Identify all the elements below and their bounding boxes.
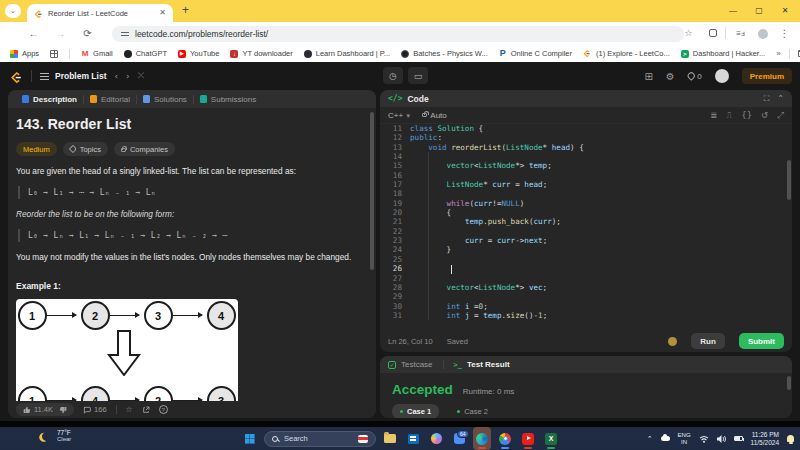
bookmark-item[interactable]: (1) Explore - LeetCo... [583,49,670,58]
extensions-icon[interactable] [705,26,720,41]
result-scrollbar[interactable] [787,376,791,390]
bookmark-item[interactable]: Apps [10,49,39,58]
braces-icon[interactable]: {} [741,110,752,121]
case-tab[interactable]: Case 1 [392,404,439,418]
grid-8-icon [50,50,58,58]
language-indicator[interactable]: ENGIN [678,432,691,445]
fullscreen-icon[interactable]: ⤢ [777,110,784,121]
weather-widget[interactable]: 77°F Clear [42,429,71,443]
difficulty-badge[interactable]: Medium [16,142,57,156]
editor-statusbar: Ln 26, Col 10 Saved Run Submit [380,330,792,352]
topics-badge[interactable]: Topics [63,142,108,156]
back-icon[interactable]: ← [26,26,41,41]
problem-reorder-note: Reorder the list to be on the following … [16,209,368,220]
star-button[interactable]: ☆ [126,405,133,414]
profile-avatar[interactable] [755,26,770,41]
next-problem-icon[interactable]: › [126,71,130,81]
notification-bell-icon[interactable] [787,435,794,442]
youtube-button[interactable] [519,427,537,450]
comments-button[interactable]: 166 [83,405,107,414]
wifi-icon[interactable] [699,435,709,443]
editor-scrollbar[interactable] [787,160,791,200]
battery-icon[interactable] [734,436,743,441]
clock[interactable]: 11:26 PM11/5/2024 [751,431,779,447]
undo-icon[interactable]: ↺ [761,110,768,121]
code-editor[interactable]: 11class Solution {12public:13 void reord… [380,124,792,330]
start-button[interactable] [241,427,259,450]
browser-tab[interactable]: Reorder List - LeetCode ✕ [27,4,173,22]
left-scrollbar[interactable] [370,112,374,270]
bookmark-item[interactable]: Batches - Physics W... [401,49,488,58]
bookmark-item[interactable] [50,50,58,58]
bookmark-item[interactable]: ▶YouTube [178,49,219,58]
close-button[interactable]: ✕ [772,0,798,20]
problem-content: 143. Reorder List Medium Topics Companie… [8,108,376,401]
streak-counter[interactable]: 0 [688,72,702,81]
forward-icon[interactable]: → [53,26,68,41]
tray-chevron-icon[interactable]: ⌃ [647,435,653,443]
minimize-button[interactable]: — [720,0,746,20]
collapse-icon[interactable]: ⌃ [777,94,784,104]
problem-list-button[interactable]: Problem List [40,71,106,81]
reload-icon[interactable]: ⟳ [80,26,95,41]
tab-test-result[interactable]: >_Test Result [454,360,510,369]
language-selector[interactable]: C++ ▼ [388,111,411,120]
bookmark-item[interactable]: ↓YT downloader [230,49,292,58]
submit-button[interactable]: Submit [739,333,784,349]
excel-button[interactable]: X [542,427,560,450]
run-button[interactable]: Run [691,333,725,349]
timer-icon[interactable]: ◷ [383,67,403,84]
tab-solutions[interactable]: Solutions [137,95,193,104]
prev-problem-icon[interactable]: ‹ [114,71,118,81]
bookmark-item[interactable]: Learn Dashboard | P... [304,49,390,58]
copilot-button[interactable] [427,427,445,450]
dislike-button[interactable] [59,406,67,414]
case-tab[interactable]: Case 2 [449,404,496,418]
onedrive-icon[interactable] [661,436,670,441]
shuffle-icon[interactable]: ⤬ [138,71,144,81]
translate-icon[interactable]: ≡ⅎ [733,26,748,41]
microsoft-store-button[interactable] [404,427,422,450]
bookmarks-overflow-chevron[interactable]: » [776,49,780,58]
volume-icon[interactable] [717,435,726,443]
chrome-button[interactable] [496,427,514,450]
maximize-button[interactable]: ▢ [746,0,772,20]
apps-grid-icon[interactable]: ⊞ [644,71,652,82]
new-tab-button[interactable]: + [182,3,189,17]
bookmark-item[interactable]: ChatGPT [124,49,167,58]
bookmark-icon[interactable]: ⎍ [726,110,732,121]
premium-button[interactable]: Premium [742,68,792,84]
edge-button[interactable] [473,427,491,450]
tab-submissions[interactable]: Submissions [194,95,262,104]
share-button[interactable] [142,406,150,414]
auto-toggle[interactable]: Auto [422,111,446,120]
bookmark-star-icon[interactable]: ☆ [681,26,696,41]
tab-close-icon[interactable]: ✕ [159,9,166,17]
leetcode-logo[interactable] [10,70,23,83]
format-icon[interactable]: ≣ [710,110,717,121]
user-avatar[interactable] [715,69,729,83]
tab-testcase[interactable]: ✓Testcase [388,360,433,369]
hackerrank-icon: > [681,50,689,58]
teams-button[interactable]: 64 [450,427,468,450]
bookmark-item[interactable]: POnline C Compiler [499,49,572,58]
settings-gear-icon[interactable]: ⚙ [666,71,675,82]
bookmark-item[interactable]: MGmail [81,49,113,58]
tab-search-chevron-icon[interactable]: ⌄ [5,4,21,18]
companies-badge[interactable]: Companies [114,142,175,156]
site-settings-icon[interactable] [121,30,129,38]
taskbar-search[interactable]: Search [264,431,376,447]
tab-description[interactable]: Description [16,95,83,104]
debug-icon[interactable] [668,337,677,346]
expand-icon[interactable]: ⛶ [764,94,770,104]
like-button[interactable]: 11.4K [23,405,53,414]
url-bar[interactable]: leetcode.com/problems/reorder-list/ [112,26,684,42]
windows-taskbar: 77°F Clear Search 64 X ⌃ ENGIN 11:26 PM1… [0,427,800,450]
help-button[interactable]: ? [159,405,168,414]
menu-kebab-icon[interactable]: ⋮ [777,26,792,41]
file-explorer-button[interactable] [381,427,399,450]
notes-icon[interactable]: ▭ [408,67,428,84]
bookmark-item[interactable]: >Dashboard | Hacker... [681,49,765,58]
list-node: 1 [18,386,47,401]
tab-editorial[interactable]: Editorial [84,95,136,104]
